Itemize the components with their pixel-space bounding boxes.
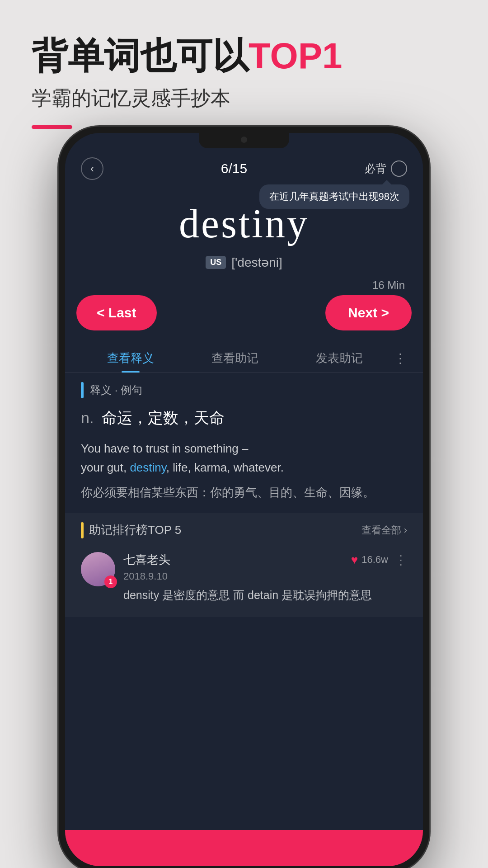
sub-title: 学霸的记忆灵感手抄本 <box>32 85 456 112</box>
must-learn-tag[interactable]: 必背 <box>365 160 407 177</box>
phone-notch <box>199 133 289 148</box>
user-date: 2018.9.10 <box>123 571 407 582</box>
tab-more-icon[interactable]: ⋮ <box>391 351 409 366</box>
user-meta: ♥ 16.6w ⋮ <box>351 552 407 567</box>
more-options-icon[interactable]: ⋮ <box>394 552 407 567</box>
title-part1: 背单词也可以 <box>32 36 249 76</box>
definition-section-bar <box>81 382 84 398</box>
must-learn-circle <box>391 160 407 177</box>
phone-outer-shell: ‹ 6/15 必背 在近几年真题考试中出现98次 destiny <box>59 127 429 868</box>
view-all-button[interactable]: 查看全部 › <box>361 524 407 537</box>
bottom-pink-accent <box>65 830 423 866</box>
us-badge: US <box>206 256 226 269</box>
tab-mnemonic[interactable]: 查看助记 <box>183 344 287 373</box>
example-en-word-highlight: destiny <box>130 461 166 474</box>
phonetic-text: ['destəni] <box>231 255 282 270</box>
example-en-line1: You have to trust in something – <box>81 442 249 455</box>
tab-post-mnemonic-label: 发表助记 <box>316 351 363 365</box>
example-english: You have to trust in something – your gu… <box>81 439 407 477</box>
definition-section: 释义 · 例句 n. 命运，定数，天命 You have to trust in… <box>65 382 423 502</box>
mnemonic-header: 助记排行榜TOP 5 查看全部 › <box>81 522 407 538</box>
like-count: ♥ 16.6w <box>351 553 388 567</box>
tab-definition[interactable]: 查看释义 <box>79 344 183 373</box>
tab-bar: 查看释义 查看助记 发表助记 ⋮ <box>65 344 423 373</box>
tooltip-text: 在近几年真题考试中出现98次 <box>269 191 399 202</box>
definition-header: 释义 · 例句 <box>81 382 407 398</box>
example-en-line2-prefix: your gut, <box>81 461 130 474</box>
like-count-value: 16.6w <box>361 554 388 566</box>
example-en-line2-suffix: , life, karma, whatever. <box>166 461 284 474</box>
must-learn-label: 必背 <box>365 161 386 176</box>
view-all-label: 查看全部 <box>361 524 401 537</box>
tab-mnemonic-label: 查看助记 <box>211 351 258 365</box>
exam-tooltip: 在近几年真题考试中出现98次 <box>259 184 409 209</box>
top-area: 背单词也可以TOP1 学霸的记忆灵感手抄本 <box>0 0 488 147</box>
chevron-right-icon: › <box>404 524 407 536</box>
heart-icon: ♥ <box>351 553 358 567</box>
mnemonic-section-bar <box>81 522 84 538</box>
rank-badge: 1 <box>104 576 117 588</box>
word-nav-buttons: < Last Next > <box>65 295 423 330</box>
mnemonic-content-text: density 是密度的意思 而 detain 是耽误拘押的意思 <box>123 587 407 604</box>
phone-mockup: ‹ 6/15 必背 在近几年真题考试中出现98次 destiny <box>59 127 429 868</box>
top-navigation: ‹ 6/15 必背 在近几年真题考试中出现98次 <box>65 148 423 187</box>
part-of-speech: n. <box>81 409 94 426</box>
user-name: 七喜老头 <box>123 552 170 568</box>
back-icon: ‹ <box>90 162 94 175</box>
user-name-row: 七喜老头 ♥ 16.6w ⋮ <box>123 552 407 568</box>
mnemonic-section: 助记排行榜TOP 5 查看全部 › 1 <box>65 513 423 618</box>
definition-text: n. 命运，定数，天命 <box>81 406 407 429</box>
tab-definition-label: 查看释义 <box>107 351 154 365</box>
timer-label: 16 Min <box>65 279 423 292</box>
meaning-text: 命运，定数，天命 <box>102 409 225 426</box>
page-counter: 6/15 <box>221 161 247 176</box>
word-phonetic: US ['destəni] <box>83 255 405 270</box>
next-button[interactable]: Next > <box>325 295 412 330</box>
mnemonic-user-row: 1 七喜老头 ♥ 16.6w ⋮ <box>81 547 407 609</box>
avatar-wrapper: 1 <box>81 552 115 586</box>
mnemonic-section-title: 助记排行榜TOP 5 <box>89 522 181 538</box>
mnemonic-title-group: 助记排行榜TOP 5 <box>81 522 181 538</box>
last-button[interactable]: < Last <box>76 295 157 330</box>
title-highlight: TOP1 <box>249 36 343 76</box>
screen-content: ‹ 6/15 必背 在近几年真题考试中出现98次 destiny <box>65 148 423 866</box>
back-button[interactable]: ‹ <box>81 157 103 180</box>
tab-post-mnemonic[interactable]: 发表助记 <box>287 344 391 373</box>
user-info: 七喜老头 ♥ 16.6w ⋮ 2018.9.10 de <box>123 552 407 604</box>
main-title: 背单词也可以TOP1 <box>32 36 456 76</box>
definition-section-title: 释义 · 例句 <box>90 383 142 397</box>
phone-screen: ‹ 6/15 必背 在近几年真题考试中出现98次 destiny <box>65 133 423 866</box>
example-chinese: 你必须要相信某些东西：你的勇气、目的、生命、因缘。 <box>81 483 407 502</box>
